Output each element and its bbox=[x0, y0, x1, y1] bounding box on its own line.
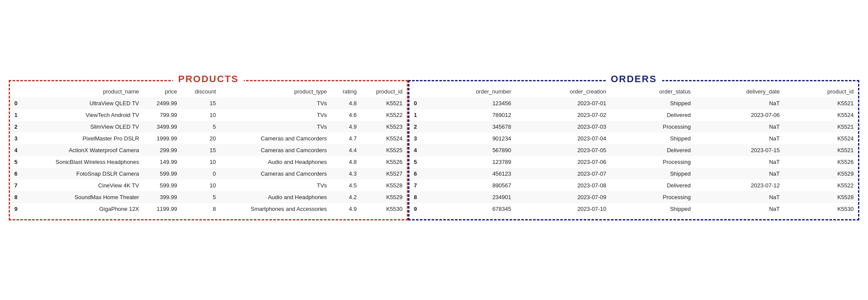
row-index: 6 bbox=[10, 168, 23, 180]
cell-product-type: Audio and Headphones bbox=[220, 156, 331, 168]
cell-product-type: TVs bbox=[220, 121, 331, 133]
col-delivery-date-header: delivery_date bbox=[695, 86, 784, 97]
cell-order-number: 789012 bbox=[422, 109, 515, 121]
col-order-number-header: order_number bbox=[422, 86, 515, 97]
cell-discount: 8 bbox=[182, 203, 220, 215]
row-index: 0 bbox=[409, 97, 422, 109]
cell-order-creation: 2023-07-09 bbox=[515, 191, 611, 203]
cell-order-creation: 2023-07-02 bbox=[515, 109, 611, 121]
cell-order-creation: 2023-07-05 bbox=[515, 144, 611, 156]
cell-price: 3499.99 bbox=[143, 121, 182, 133]
cell-order-status: Shipped bbox=[611, 168, 695, 180]
table-row: 7 890567 2023-07-08 Delivered 2023-07-12… bbox=[409, 180, 858, 191]
table-row: 5 123789 2023-07-06 Processing NaT K5526 bbox=[409, 156, 858, 168]
cell-product-id: K5524 bbox=[361, 133, 407, 144]
cell-product-id: K5522 bbox=[361, 109, 407, 121]
cell-order-status: Processing bbox=[611, 156, 695, 168]
cell-order-status: Shipped bbox=[611, 97, 695, 109]
cell-delivery-date: 2023-07-06 bbox=[695, 109, 784, 121]
cell-order-creation: 2023-07-07 bbox=[515, 168, 611, 180]
cell-product-id: K5521 bbox=[784, 121, 858, 133]
cell-product-name: SlimView OLED TV bbox=[23, 121, 143, 133]
cell-discount: 15 bbox=[182, 97, 220, 109]
cell-product-id: K5528 bbox=[784, 191, 858, 203]
row-index: 0 bbox=[10, 97, 23, 109]
cell-product-name: SonicBlast Wireless Headphones bbox=[23, 156, 143, 168]
cell-product-type: Cameras and Camcorders bbox=[220, 133, 331, 144]
row-index: 9 bbox=[409, 203, 422, 215]
page-wrapper: PRODUCTS product_name price discount pro… bbox=[9, 80, 859, 220]
row-index: 8 bbox=[10, 191, 23, 203]
cell-order-number: 901234 bbox=[422, 133, 515, 144]
row-index: 4 bbox=[10, 144, 23, 156]
cell-delivery-date: NaT bbox=[695, 133, 784, 144]
row-index: 1 bbox=[409, 109, 422, 121]
cell-product-id: K5530 bbox=[361, 203, 407, 215]
cell-product-id: K5521 bbox=[784, 144, 858, 156]
table-row: 4 ActionX Waterproof Camera 299.99 15 Ca… bbox=[10, 144, 407, 156]
table-row: 6 456123 2023-07-07 Shipped NaT K5529 bbox=[409, 168, 858, 180]
cell-price: 1199.99 bbox=[143, 203, 182, 215]
col-index-header bbox=[10, 86, 23, 97]
cell-order-number: 456123 bbox=[422, 168, 515, 180]
cell-discount: 10 bbox=[182, 156, 220, 168]
cell-order-number: 890567 bbox=[422, 180, 515, 191]
orders-title: ORDERS bbox=[605, 73, 662, 85]
col-index-header-o bbox=[409, 86, 422, 97]
col-order-creation-header: order_creation bbox=[515, 86, 611, 97]
cell-product-type: TVs bbox=[220, 109, 331, 121]
cell-rating: 4.9 bbox=[331, 121, 361, 133]
cell-product-type: TVs bbox=[220, 97, 331, 109]
cell-price: 2499.99 bbox=[143, 97, 182, 109]
table-row: 0 UltraView QLED TV 2499.99 15 TVs 4.8 K… bbox=[10, 97, 407, 109]
table-row: 6 FotoSnap DSLR Camera 599.99 0 Cameras … bbox=[10, 168, 407, 180]
cell-order-status: Processing bbox=[611, 121, 695, 133]
cell-product-id: K5524 bbox=[784, 133, 858, 144]
cell-order-number: 345678 bbox=[422, 121, 515, 133]
orders-panel: ORDERS order_number order_creation order… bbox=[408, 80, 859, 220]
cell-delivery-date: NaT bbox=[695, 203, 784, 215]
table-row: 5 SonicBlast Wireless Headphones 149.99 … bbox=[10, 156, 407, 168]
col-order-status-header: order_status bbox=[611, 86, 695, 97]
col-product-type-header: product_type bbox=[220, 86, 331, 97]
products-panel: PRODUCTS product_name price discount pro… bbox=[9, 80, 408, 220]
col-discount-header: discount bbox=[182, 86, 220, 97]
cell-product-type: Audio and Headphones bbox=[220, 191, 331, 203]
cell-discount: 20 bbox=[182, 133, 220, 144]
cell-discount: 10 bbox=[182, 180, 220, 191]
row-index: 3 bbox=[409, 133, 422, 144]
cell-order-creation: 2023-07-03 bbox=[515, 121, 611, 133]
cell-product-id: K5526 bbox=[361, 156, 407, 168]
cell-delivery-date: NaT bbox=[695, 121, 784, 133]
table-row: 0 123456 2023-07-01 Shipped NaT K5521 bbox=[409, 97, 858, 109]
cell-order-status: Shipped bbox=[611, 133, 695, 144]
col-rating-header: rating bbox=[331, 86, 361, 97]
table-row: 3 PixelMaster Pro DSLR 1999.99 20 Camera… bbox=[10, 133, 407, 144]
row-index: 5 bbox=[10, 156, 23, 168]
row-index: 2 bbox=[409, 121, 422, 133]
row-index: 4 bbox=[409, 144, 422, 156]
row-index: 9 bbox=[10, 203, 23, 215]
col-product-name-header: product_name bbox=[23, 86, 143, 97]
cell-product-id: K5524 bbox=[784, 109, 858, 121]
cell-delivery-date: NaT bbox=[695, 191, 784, 203]
orders-table: order_number order_creation order_status… bbox=[409, 86, 858, 215]
cell-rating: 4.8 bbox=[331, 97, 361, 109]
cell-price: 299.99 bbox=[143, 144, 182, 156]
cell-product-name: SoundMax Home Theater bbox=[23, 191, 143, 203]
orders-header-row: order_number order_creation order_status… bbox=[409, 86, 858, 97]
col-price-header: price bbox=[143, 86, 182, 97]
cell-product-type: TVs bbox=[220, 180, 331, 191]
cell-order-status: Delivered bbox=[611, 109, 695, 121]
col-product-id-header-o: product_id bbox=[784, 86, 858, 97]
table-row: 2 SlimView OLED TV 3499.99 5 TVs 4.9 K55… bbox=[10, 121, 407, 133]
cell-product-id: K5521 bbox=[361, 97, 407, 109]
cell-order-status: Delivered bbox=[611, 144, 695, 156]
cell-price: 149.99 bbox=[143, 156, 182, 168]
table-row: 4 567890 2023-07-05 Delivered 2023-07-15… bbox=[409, 144, 858, 156]
cell-order-number: 123789 bbox=[422, 156, 515, 168]
cell-product-id: K5522 bbox=[784, 180, 858, 191]
cell-product-id: K5521 bbox=[784, 97, 858, 109]
cell-price: 1999.99 bbox=[143, 133, 182, 144]
table-row: 9 678345 2023-07-10 Shipped NaT K5530 bbox=[409, 203, 858, 215]
